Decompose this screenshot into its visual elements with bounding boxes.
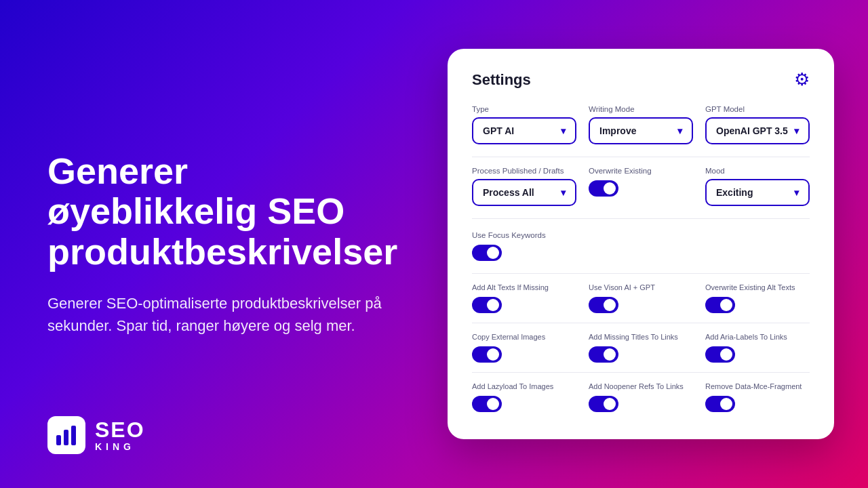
add-alt-texts-label: Add Alt Texts If Missing	[472, 283, 576, 291]
hero-subtitle: Generer SEO-optimaliserte produktbeskriv…	[47, 292, 400, 337]
add-aria-label: Add Aria-Labels To Links	[705, 333, 810, 341]
field-process: Process Published / Drafts Process All ▾	[472, 167, 576, 206]
tg-add-missing-titles: Add Missing Titles To Links	[589, 333, 693, 363]
add-noopener-label: Add Noopener Refs To Links	[589, 382, 693, 390]
tg-noopener: Add Noopener Refs To Links	[589, 382, 693, 412]
writing-mode-value: Improve	[599, 125, 636, 136]
overwrite-alt-texts-label: Overwrite Existing Alt Texts	[705, 283, 810, 291]
tg-add-alt-texts: Add Alt Texts If Missing	[472, 283, 576, 313]
type-value: GPT AI	[483, 125, 514, 136]
hero-title: Generer øyeblikkelig SEO produktbeskrive…	[47, 151, 407, 272]
writing-mode-chevron: ▾	[677, 125, 682, 136]
mood-label: Mood	[705, 167, 810, 175]
divider-1	[472, 157, 810, 157]
tg-copy-external: Copy External Images	[472, 333, 576, 363]
mood-dropdown[interactable]: Exciting ▾	[705, 179, 810, 206]
copy-external-toggle[interactable]	[472, 346, 502, 363]
tg-remove-mce: Remove Data-Mce-Fragment	[705, 382, 810, 412]
use-vison-toggle[interactable]	[589, 297, 618, 313]
overwrite-area	[589, 179, 693, 197]
type-chevron: ▾	[561, 125, 566, 136]
tg-use-vison: Use Vison AI + GPT	[589, 283, 693, 313]
writing-mode-dropdown[interactable]: Improve ▾	[589, 117, 693, 144]
add-lazyload-label: Add Lazyload To Images	[472, 382, 576, 390]
logo-icon	[47, 416, 85, 454]
add-alt-texts-toggle[interactable]	[472, 297, 502, 313]
row-alt-texts: Add Alt Texts If Missing Use Vison AI + …	[472, 283, 810, 313]
overwrite-alt-texts-toggle[interactable]	[705, 297, 735, 313]
process-dropdown[interactable]: Process All ▾	[472, 179, 576, 206]
svg-rect-1	[64, 430, 68, 445]
field-type: Type GPT AI ▾	[472, 105, 576, 144]
tg-add-aria: Add Aria-Labels To Links	[705, 333, 810, 363]
use-focus-keywords-toggle[interactable]	[472, 245, 502, 261]
tg-overwrite-alt: Overwrite Existing Alt Texts	[705, 283, 810, 313]
field-gpt-model: GPT Model OpenAI GPT 3.5 ▾	[705, 105, 810, 144]
gpt-model-chevron: ▾	[794, 125, 799, 136]
gpt-model-label: GPT Model	[705, 105, 810, 113]
settings-panel: Settings ⚙ Type GPT AI ▾ Writing Mode Im…	[448, 49, 834, 439]
mood-chevron: ▾	[794, 187, 799, 198]
focus-keywords-row: Use Focus Keywords	[472, 228, 810, 264]
field-mood: Mood Exciting ▾	[705, 167, 810, 206]
process-label: Process Published / Drafts	[472, 167, 576, 175]
add-noopener-toggle[interactable]	[589, 396, 618, 412]
field-overwrite: Overwrite Existing	[589, 167, 693, 206]
overwrite-existing-toggle[interactable]	[589, 180, 618, 197]
tg-lazyload: Add Lazyload To Images	[472, 382, 576, 412]
left-section: Generer øyeblikkelig SEO produktbeskrive…	[0, 0, 448, 488]
row-process-overwrite-mood: Process Published / Drafts Process All ▾…	[472, 167, 810, 206]
svg-rect-0	[56, 435, 61, 445]
process-value: Process All	[483, 187, 534, 198]
use-vison-label: Use Vison AI + GPT	[589, 283, 693, 291]
svg-rect-2	[71, 426, 76, 445]
remove-data-mce-label: Remove Data-Mce-Fragment	[705, 382, 810, 390]
row-type-writing-gpt: Type GPT AI ▾ Writing Mode Improve ▾ GPT…	[472, 105, 810, 144]
logo-seo-text: SEO	[95, 419, 145, 441]
logo-chart-icon	[54, 423, 79, 447]
divider-5	[472, 372, 810, 373]
logo-king-text: KING	[95, 442, 145, 451]
type-label: Type	[472, 105, 576, 113]
process-chevron: ▾	[561, 187, 566, 198]
divider-3	[472, 273, 810, 274]
writing-mode-label: Writing Mode	[589, 105, 693, 113]
gear-icon[interactable]: ⚙	[794, 69, 810, 90]
logo-area: SEO KING	[47, 416, 145, 454]
mood-value: Exciting	[716, 187, 753, 198]
type-dropdown[interactable]: GPT AI ▾	[472, 117, 576, 144]
copy-external-label: Copy External Images	[472, 333, 576, 341]
divider-4	[472, 323, 810, 323]
panel-title: Settings	[472, 71, 531, 89]
row-copy-images: Copy External Images Add Missing Titles …	[472, 333, 810, 363]
overwrite-label: Overwrite Existing	[589, 167, 693, 175]
add-lazyload-toggle[interactable]	[472, 396, 502, 412]
panel-header: Settings ⚙	[472, 69, 810, 90]
remove-data-mce-toggle[interactable]	[705, 396, 735, 412]
gpt-model-dropdown[interactable]: OpenAI GPT 3.5 ▾	[705, 117, 810, 144]
add-missing-titles-label: Add Missing Titles To Links	[589, 333, 693, 341]
logo-text: SEO KING	[95, 419, 145, 451]
row-lazyload: Add Lazyload To Images Add Noopener Refs…	[472, 382, 810, 412]
add-aria-toggle[interactable]	[705, 346, 735, 363]
divider-2	[472, 218, 810, 219]
field-writing-mode: Writing Mode Improve ▾	[589, 105, 693, 144]
add-missing-titles-toggle[interactable]	[589, 346, 618, 363]
gpt-model-value: OpenAI GPT 3.5	[716, 125, 788, 136]
use-focus-keywords-label: Use Focus Keywords	[472, 231, 546, 239]
